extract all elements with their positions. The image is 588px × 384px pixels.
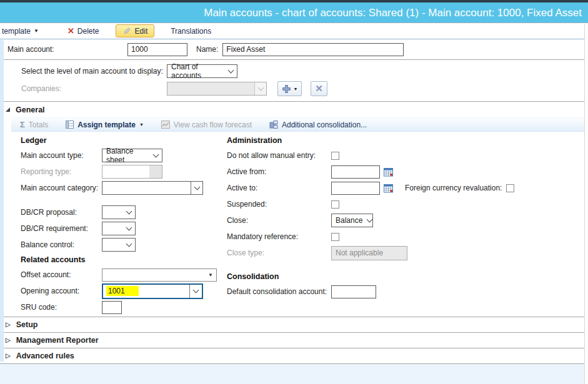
setup-section-header[interactable]: ▷ Setup <box>0 317 588 332</box>
main-account-type-select[interactable]: Balance sheet <box>102 149 162 162</box>
add-company-button[interactable]: ▼ <box>277 81 302 96</box>
balance-control-select[interactable] <box>102 238 136 252</box>
close-type-field: Not applicable <box>331 246 407 260</box>
template-menu-button[interactable]: template ▼ <box>0 23 45 39</box>
chevron-down-icon <box>367 216 373 222</box>
record-header-row: Main account: Name: <box>0 39 588 60</box>
main-account-type-value: Balance sheet <box>106 147 149 164</box>
active-to-input[interactable] <box>331 182 380 195</box>
clear-x-icon: ✕ <box>315 83 323 94</box>
assign-template-button[interactable]: Assign template ▼ <box>66 121 144 129</box>
balance-control-label: Balance control: <box>21 240 102 249</box>
db-cr-requirement-select[interactable] <box>102 222 136 235</box>
main-account-input[interactable] <box>127 43 187 56</box>
companies-label: Companies: <box>21 84 167 93</box>
remove-company-button[interactable]: ✕ <box>311 81 327 96</box>
translations-button[interactable]: Translations <box>164 23 217 39</box>
view-cash-flow-forecast-button[interactable]: View cash flow forecast <box>161 121 252 129</box>
template-menu-label: template <box>2 27 31 36</box>
chevron-down-icon <box>126 224 132 230</box>
delete-button[interactable]: ✕ Delete <box>61 23 106 39</box>
do-not-allow-manual-entry-checkbox[interactable] <box>331 152 339 160</box>
main-account-type-label: Main account type: <box>21 151 102 160</box>
calendar-icon[interactable] <box>384 167 394 177</box>
general-toolbar: Σ Totals Assign template ▼ View cash flo… <box>11 117 588 132</box>
scrollbar[interactable] <box>584 24 588 384</box>
db-cr-proposal-label: DB/CR proposal: <box>21 208 102 217</box>
template-grid-icon <box>66 121 74 129</box>
management-reporter-section-header[interactable]: ▷ Management Reporter <box>0 332 588 348</box>
offset-account-select[interactable]: ▼ <box>102 268 217 282</box>
advanced-rules-section-header[interactable]: ▷ Advanced rules <box>0 348 588 363</box>
related-accounts-group-title: Related accounts <box>21 253 227 267</box>
sigma-icon: Σ <box>20 120 25 129</box>
chevron-down-icon <box>126 240 132 247</box>
pencil-icon <box>122 27 131 36</box>
close-select[interactable]: Balance <box>331 214 373 227</box>
active-from-label: Active from: <box>227 167 331 176</box>
additional-consolidation-label: Additional consolidation... <box>282 121 367 129</box>
sru-code-input[interactable] <box>102 301 122 314</box>
level-select-value: Chart of accounts <box>171 62 224 80</box>
default-consolidation-account-input[interactable] <box>331 285 376 298</box>
opening-account-select[interactable]: 1001 <box>102 283 203 299</box>
do-not-allow-manual-entry-label: Do not allow manual entry: <box>227 151 331 160</box>
general-section-body: Ledger Main account type: Balance sheet … <box>0 132 588 317</box>
companies-select <box>167 82 267 96</box>
general-section-title: General <box>16 106 45 114</box>
active-to-label: Active to: <box>227 184 331 192</box>
default-consolidation-account-label: Default consolidation account: <box>227 287 331 296</box>
dropdown-arrow-icon: ▼ <box>208 272 213 278</box>
suspended-label: Suspended: <box>227 200 331 209</box>
edit-label: Edit <box>135 27 148 36</box>
name-input[interactable] <box>222 43 404 56</box>
expand-icon: ▷ <box>6 353 11 359</box>
chevron-down-icon <box>193 287 199 293</box>
active-from-input[interactable] <box>331 165 380 179</box>
setup-section-title: Setup <box>16 320 38 329</box>
title-bar: Main accounts - chart of accounts: Share… <box>0 2 588 23</box>
reporting-type-lookup <box>102 165 162 179</box>
management-reporter-section-title: Management Reporter <box>16 336 99 345</box>
close-type-value: Not applicable <box>336 249 383 257</box>
view-cash-flow-forecast-label: View cash flow forecast <box>174 121 252 129</box>
plus-icon <box>282 84 291 94</box>
cash-flow-icon <box>161 121 170 129</box>
suspended-checkbox[interactable] <box>331 200 339 209</box>
close-value: Balance <box>336 216 362 225</box>
chevron-down-icon <box>257 84 264 91</box>
bottom-background <box>0 363 588 384</box>
close-label: Close: <box>227 216 331 225</box>
foreign-currency-revaluation-checkbox[interactable] <box>506 184 514 192</box>
chevron-down-icon: ▼ <box>139 122 144 127</box>
chevron-down-icon <box>126 208 132 214</box>
db-cr-requirement-label: DB/CR requirement: <box>21 224 102 233</box>
chevron-down-icon <box>228 67 234 73</box>
administration-column: Administration Do not allow manual entry… <box>227 134 588 317</box>
level-select[interactable]: Chart of accounts <box>167 64 237 78</box>
calendar-icon[interactable] <box>384 184 394 193</box>
close-type-label: Close type: <box>227 249 331 257</box>
consolidation-icon <box>269 121 278 129</box>
main-account-label: Main account: <box>7 45 127 54</box>
opening-account-label: Opening account: <box>21 287 102 295</box>
main-account-category-value <box>102 182 191 194</box>
additional-consolidation-button[interactable]: Additional consolidation... <box>269 121 367 129</box>
menubar: template ▼ ✕ Delete Edit Translations <box>0 23 588 39</box>
advanced-rules-section-title: Advanced rules <box>16 352 74 360</box>
chevron-down-icon <box>194 184 200 190</box>
general-section-header[interactable]: General <box>0 102 588 117</box>
left-margin-strip <box>0 40 4 362</box>
reporting-type-label: Reporting type: <box>21 167 102 176</box>
delete-label: Delete <box>77 27 99 36</box>
chevron-down-icon: ▼ <box>294 87 298 91</box>
chevron-down-icon <box>153 151 159 157</box>
assign-template-label: Assign template <box>77 121 136 129</box>
collapse-icon <box>6 107 10 112</box>
mandatory-reference-checkbox[interactable] <box>331 233 339 241</box>
name-label: Name: <box>196 45 218 54</box>
edit-button[interactable]: Edit <box>116 24 155 37</box>
db-cr-proposal-select[interactable] <box>102 205 136 219</box>
main-account-category-select[interactable] <box>102 181 203 195</box>
totals-button[interactable]: Σ Totals <box>20 120 48 129</box>
